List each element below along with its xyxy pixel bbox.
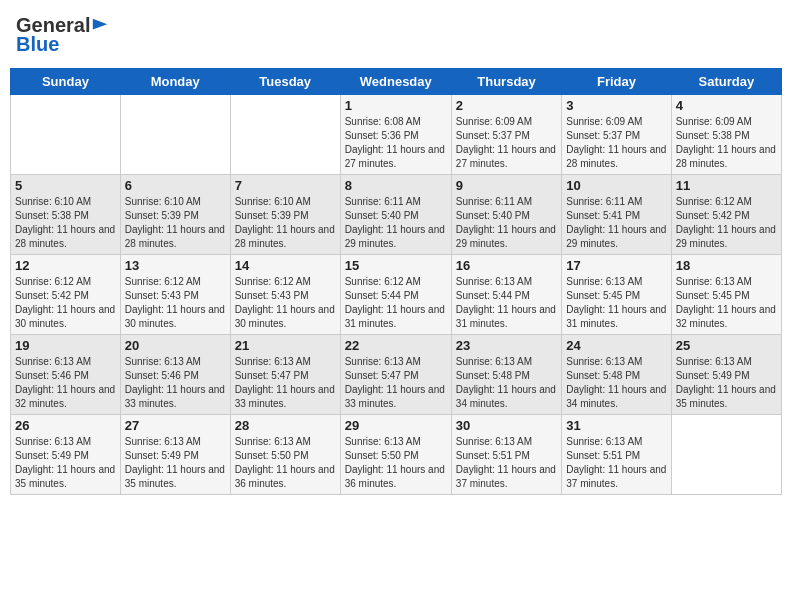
day-detail: Sunrise: 6:13 AMSunset: 5:51 PMDaylight:… [566, 435, 666, 491]
calendar-cell [230, 95, 340, 175]
calendar-cell: 3Sunrise: 6:09 AMSunset: 5:37 PMDaylight… [562, 95, 671, 175]
day-detail: Sunrise: 6:13 AMSunset: 5:48 PMDaylight:… [456, 355, 557, 411]
day-detail: Sunrise: 6:13 AMSunset: 5:47 PMDaylight:… [345, 355, 447, 411]
calendar-cell: 20Sunrise: 6:13 AMSunset: 5:46 PMDayligh… [120, 335, 230, 415]
day-detail: Sunrise: 6:13 AMSunset: 5:50 PMDaylight:… [235, 435, 336, 491]
calendar-cell: 22Sunrise: 6:13 AMSunset: 5:47 PMDayligh… [340, 335, 451, 415]
day-number: 26 [15, 418, 116, 433]
day-detail: Sunrise: 6:13 AMSunset: 5:45 PMDaylight:… [676, 275, 777, 331]
day-number: 4 [676, 98, 777, 113]
calendar-cell: 30Sunrise: 6:13 AMSunset: 5:51 PMDayligh… [451, 415, 561, 495]
logo: General Blue [16, 14, 109, 56]
day-number: 22 [345, 338, 447, 353]
day-number: 5 [15, 178, 116, 193]
day-detail: Sunrise: 6:13 AMSunset: 5:47 PMDaylight:… [235, 355, 336, 411]
day-detail: Sunrise: 6:10 AMSunset: 5:39 PMDaylight:… [235, 195, 336, 251]
day-number: 18 [676, 258, 777, 273]
day-number: 15 [345, 258, 447, 273]
calendar-cell: 12Sunrise: 6:12 AMSunset: 5:42 PMDayligh… [11, 255, 121, 335]
day-number: 10 [566, 178, 666, 193]
calendar-cell: 8Sunrise: 6:11 AMSunset: 5:40 PMDaylight… [340, 175, 451, 255]
day-number: 12 [15, 258, 116, 273]
day-number: 27 [125, 418, 226, 433]
calendar-cell: 15Sunrise: 6:12 AMSunset: 5:44 PMDayligh… [340, 255, 451, 335]
day-number: 8 [345, 178, 447, 193]
calendar-cell: 17Sunrise: 6:13 AMSunset: 5:45 PMDayligh… [562, 255, 671, 335]
calendar-cell: 1Sunrise: 6:08 AMSunset: 5:36 PMDaylight… [340, 95, 451, 175]
calendar-cell: 11Sunrise: 6:12 AMSunset: 5:42 PMDayligh… [671, 175, 781, 255]
day-detail: Sunrise: 6:13 AMSunset: 5:45 PMDaylight:… [566, 275, 666, 331]
calendar-cell: 13Sunrise: 6:12 AMSunset: 5:43 PMDayligh… [120, 255, 230, 335]
day-number: 31 [566, 418, 666, 433]
day-number: 1 [345, 98, 447, 113]
calendar-cell: 29Sunrise: 6:13 AMSunset: 5:50 PMDayligh… [340, 415, 451, 495]
day-number: 14 [235, 258, 336, 273]
day-detail: Sunrise: 6:11 AMSunset: 5:40 PMDaylight:… [345, 195, 447, 251]
day-detail: Sunrise: 6:09 AMSunset: 5:38 PMDaylight:… [676, 115, 777, 171]
calendar-cell: 16Sunrise: 6:13 AMSunset: 5:44 PMDayligh… [451, 255, 561, 335]
calendar-header-tuesday: Tuesday [230, 69, 340, 95]
day-detail: Sunrise: 6:13 AMSunset: 5:49 PMDaylight:… [15, 435, 116, 491]
calendar-cell [11, 95, 121, 175]
calendar-header-wednesday: Wednesday [340, 69, 451, 95]
day-detail: Sunrise: 6:13 AMSunset: 5:46 PMDaylight:… [15, 355, 116, 411]
calendar-cell: 19Sunrise: 6:13 AMSunset: 5:46 PMDayligh… [11, 335, 121, 415]
day-number: 7 [235, 178, 336, 193]
calendar-cell: 14Sunrise: 6:12 AMSunset: 5:43 PMDayligh… [230, 255, 340, 335]
day-detail: Sunrise: 6:11 AMSunset: 5:41 PMDaylight:… [566, 195, 666, 251]
calendar-header-sunday: Sunday [11, 69, 121, 95]
calendar-cell: 18Sunrise: 6:13 AMSunset: 5:45 PMDayligh… [671, 255, 781, 335]
calendar-header-thursday: Thursday [451, 69, 561, 95]
day-detail: Sunrise: 6:13 AMSunset: 5:49 PMDaylight:… [125, 435, 226, 491]
calendar-cell: 2Sunrise: 6:09 AMSunset: 5:37 PMDaylight… [451, 95, 561, 175]
day-detail: Sunrise: 6:12 AMSunset: 5:43 PMDaylight:… [235, 275, 336, 331]
calendar-cell: 4Sunrise: 6:09 AMSunset: 5:38 PMDaylight… [671, 95, 781, 175]
calendar-table: SundayMondayTuesdayWednesdayThursdayFrid… [10, 68, 782, 495]
calendar-cell [120, 95, 230, 175]
day-number: 21 [235, 338, 336, 353]
day-number: 28 [235, 418, 336, 433]
calendar-cell: 26Sunrise: 6:13 AMSunset: 5:49 PMDayligh… [11, 415, 121, 495]
day-number: 17 [566, 258, 666, 273]
calendar-header-saturday: Saturday [671, 69, 781, 95]
calendar-cell: 31Sunrise: 6:13 AMSunset: 5:51 PMDayligh… [562, 415, 671, 495]
day-number: 11 [676, 178, 777, 193]
calendar-cell: 9Sunrise: 6:11 AMSunset: 5:40 PMDaylight… [451, 175, 561, 255]
day-detail: Sunrise: 6:12 AMSunset: 5:44 PMDaylight:… [345, 275, 447, 331]
calendar-week-5: 26Sunrise: 6:13 AMSunset: 5:49 PMDayligh… [11, 415, 782, 495]
day-detail: Sunrise: 6:12 AMSunset: 5:43 PMDaylight:… [125, 275, 226, 331]
day-detail: Sunrise: 6:13 AMSunset: 5:48 PMDaylight:… [566, 355, 666, 411]
day-number: 23 [456, 338, 557, 353]
day-number: 25 [676, 338, 777, 353]
day-number: 2 [456, 98, 557, 113]
day-number: 30 [456, 418, 557, 433]
day-number: 6 [125, 178, 226, 193]
calendar-cell: 21Sunrise: 6:13 AMSunset: 5:47 PMDayligh… [230, 335, 340, 415]
day-number: 29 [345, 418, 447, 433]
calendar-cell: 27Sunrise: 6:13 AMSunset: 5:49 PMDayligh… [120, 415, 230, 495]
day-number: 13 [125, 258, 226, 273]
calendar-cell [671, 415, 781, 495]
calendar-cell: 10Sunrise: 6:11 AMSunset: 5:41 PMDayligh… [562, 175, 671, 255]
calendar-cell: 28Sunrise: 6:13 AMSunset: 5:50 PMDayligh… [230, 415, 340, 495]
page-header: General Blue [10, 10, 782, 60]
calendar-week-1: 1Sunrise: 6:08 AMSunset: 5:36 PMDaylight… [11, 95, 782, 175]
day-detail: Sunrise: 6:10 AMSunset: 5:39 PMDaylight:… [125, 195, 226, 251]
calendar-cell: 24Sunrise: 6:13 AMSunset: 5:48 PMDayligh… [562, 335, 671, 415]
day-detail: Sunrise: 6:08 AMSunset: 5:36 PMDaylight:… [345, 115, 447, 171]
calendar-week-3: 12Sunrise: 6:12 AMSunset: 5:42 PMDayligh… [11, 255, 782, 335]
calendar-cell: 23Sunrise: 6:13 AMSunset: 5:48 PMDayligh… [451, 335, 561, 415]
day-detail: Sunrise: 6:13 AMSunset: 5:49 PMDaylight:… [676, 355, 777, 411]
day-number: 20 [125, 338, 226, 353]
day-number: 24 [566, 338, 666, 353]
day-detail: Sunrise: 6:10 AMSunset: 5:38 PMDaylight:… [15, 195, 116, 251]
day-number: 3 [566, 98, 666, 113]
logo-flag-icon [91, 17, 109, 35]
day-number: 19 [15, 338, 116, 353]
day-detail: Sunrise: 6:12 AMSunset: 5:42 PMDaylight:… [15, 275, 116, 331]
calendar-cell: 5Sunrise: 6:10 AMSunset: 5:38 PMDaylight… [11, 175, 121, 255]
day-detail: Sunrise: 6:09 AMSunset: 5:37 PMDaylight:… [566, 115, 666, 171]
day-detail: Sunrise: 6:13 AMSunset: 5:44 PMDaylight:… [456, 275, 557, 331]
calendar-header-row: SundayMondayTuesdayWednesdayThursdayFrid… [11, 69, 782, 95]
day-detail: Sunrise: 6:09 AMSunset: 5:37 PMDaylight:… [456, 115, 557, 171]
